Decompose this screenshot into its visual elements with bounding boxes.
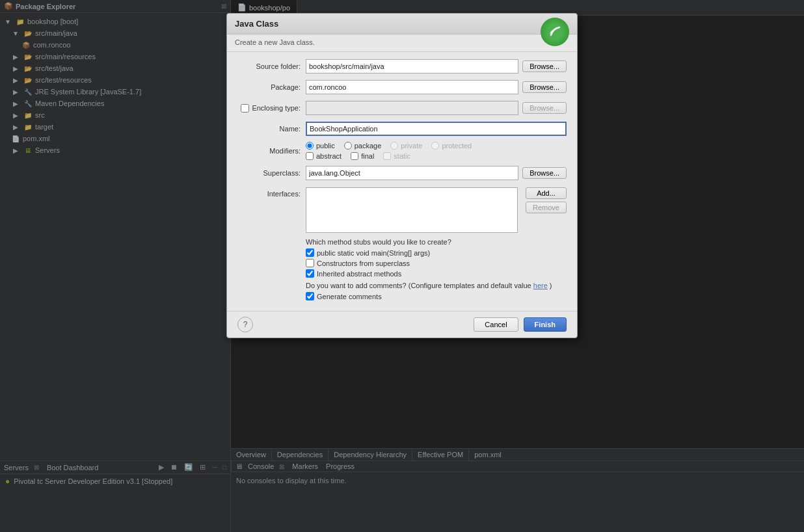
modifier-private-radio — [390, 142, 398, 150]
modifier-final-checkbox[interactable] — [351, 152, 358, 160]
enclosing-type-checkbox[interactable] — [241, 104, 249, 113]
dialog-title: Java Class — [235, 19, 278, 29]
name-input[interactable] — [306, 122, 567, 136]
superclass-input[interactable] — [306, 166, 518, 180]
superclass-browse-button[interactable]: Browse... — [522, 167, 567, 179]
modifier-package-label[interactable]: package — [344, 142, 382, 150]
comments-question: Do you want to add comments? (Configure … — [306, 282, 531, 289]
stub-constructors[interactable]: Constructors from superclass — [306, 259, 567, 267]
stub-inherited-checkbox[interactable] — [306, 269, 314, 278]
source-folder-row: Source folder: Browse... — [237, 59, 567, 74]
dialog-titlebar: Java Class — [227, 14, 577, 34]
modifier-protected-radio — [431, 142, 439, 150]
modifier-package-radio[interactable] — [344, 142, 352, 150]
java-class-dialog: Java Class Create a new Java class. Sour… — [226, 13, 578, 338]
interfaces-remove-button: Remove — [526, 202, 567, 213]
enclosing-type-label: Enclosing type: — [252, 104, 301, 112]
method-stubs-question: Which method stubs would you like to cre… — [306, 238, 567, 246]
interfaces-buttons: Add... Remove — [522, 187, 567, 213]
enclosing-type-row: Enclosing type: Browse... — [237, 100, 567, 116]
enclosing-type-browse-button: Browse... — [522, 102, 567, 114]
method-stubs-section: Which method stubs would you like to cre… — [237, 238, 567, 278]
package-input[interactable] — [306, 80, 518, 94]
stub-inherited[interactable]: Inherited abstract methods — [306, 269, 567, 278]
modifier-abstract-checkbox[interactable] — [306, 152, 314, 160]
interfaces-textarea[interactable] — [306, 187, 518, 233]
dialog-logo — [541, 18, 569, 46]
superclass-label: Superclass: — [237, 169, 306, 177]
name-row: Name: — [237, 121, 567, 137]
source-folder-label: Source folder: — [237, 62, 306, 70]
modifier-protected-label[interactable]: protected — [431, 142, 472, 150]
comments-row: Do you want to add comments? (Configure … — [237, 282, 567, 300]
dialog-body: Source folder: Browse... Package: Browse… — [227, 52, 577, 311]
stub-constructors-checkbox[interactable] — [306, 259, 314, 267]
interfaces-label: Interfaces: — [237, 187, 306, 198]
stub-main-checkbox[interactable] — [306, 248, 314, 257]
superclass-row: Superclass: Browse... — [237, 165, 567, 181]
name-label: Name: — [237, 125, 306, 133]
package-label: Package: — [237, 83, 306, 91]
source-folder-browse-button[interactable]: Browse... — [522, 60, 567, 72]
modifier-public-radio[interactable] — [306, 142, 314, 150]
modifiers-label: Modifiers: — [237, 147, 306, 155]
modifier-abstract-label[interactable]: abstract — [306, 152, 342, 160]
comments-link[interactable]: here — [533, 282, 548, 289]
modifiers-group: public package private protected — [306, 142, 567, 160]
package-browse-button[interactable]: Browse... — [522, 81, 567, 93]
modifiers-access-group: public package private protected — [306, 142, 567, 150]
package-row: Package: Browse... — [237, 79, 567, 95]
generate-comments-checkbox[interactable] — [306, 292, 314, 300]
modifier-static-checkbox — [383, 152, 391, 160]
dialog-title-section: Java Class — [235, 19, 278, 29]
source-folder-input[interactable] — [306, 59, 518, 73]
dialog-footer: ? Cancel Finish — [227, 311, 577, 338]
modifiers-other-group: abstract final static — [306, 152, 567, 160]
interfaces-row: Interfaces: Add... Remove — [237, 186, 567, 233]
stub-main[interactable]: public static void main(String[] args) — [306, 248, 567, 257]
dialog-subtitle: Create a new Java class. — [227, 34, 577, 52]
generate-comments-item[interactable]: Generate comments — [306, 292, 567, 300]
help-button[interactable]: ? — [237, 317, 253, 332]
modifier-public-label[interactable]: public — [306, 142, 335, 150]
modal-overlay: Java Class Create a new Java class. Sour… — [0, 0, 804, 532]
interfaces-add-button[interactable]: Add... — [526, 187, 567, 199]
spring-logo-icon — [546, 23, 563, 40]
comments-paren: ) — [550, 282, 552, 289]
modifier-final-label[interactable]: final — [351, 152, 374, 160]
modifier-private-label[interactable]: private — [390, 142, 422, 150]
footer-buttons: Cancel Finish — [474, 317, 567, 332]
finish-button[interactable]: Finish — [524, 317, 567, 332]
svg-point-0 — [547, 24, 563, 40]
cancel-button[interactable]: Cancel — [474, 317, 518, 332]
modifier-static-label[interactable]: static — [383, 152, 410, 160]
enclosing-type-input — [306, 101, 518, 115]
modifiers-row: Modifiers: public package pr — [237, 142, 567, 160]
